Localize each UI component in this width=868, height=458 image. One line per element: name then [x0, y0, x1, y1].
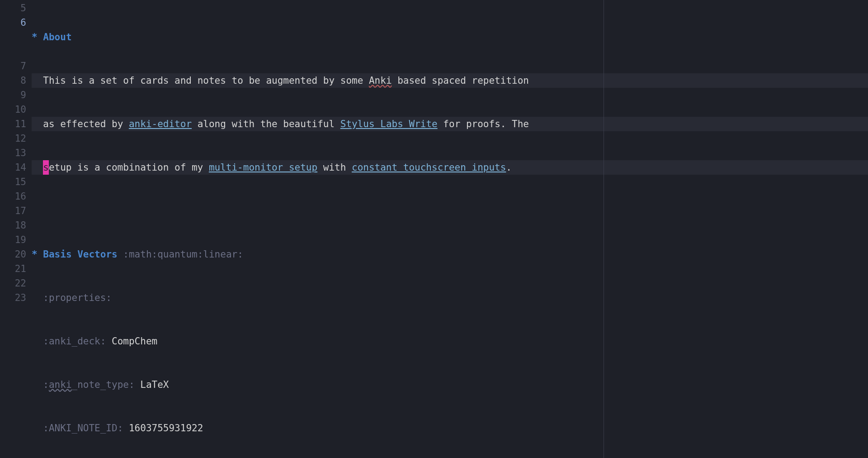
about-text-line-2[interactable]: as effected by anki-editor along with th…	[32, 117, 868, 131]
line-number: 22	[0, 276, 26, 291]
properties-drawer-open[interactable]: :properties:	[32, 291, 868, 305]
line-number: 5	[0, 1, 26, 15]
about-text-line-3[interactable]: setup is a combination of my multi-monit…	[32, 160, 868, 175]
line-number: 14	[0, 160, 26, 175]
line-number: 23	[0, 291, 26, 305]
line-number: 11	[0, 117, 26, 131]
editor-content[interactable]: * About This is a set of cards and notes…	[32, 1, 868, 458]
cursor: s	[43, 160, 49, 175]
heading-basis-vectors[interactable]: * Basis Vectors :math:quantum:linear:	[32, 247, 868, 262]
link-stylus-labs-write[interactable]: Stylus Labs Write	[340, 119, 438, 129]
line-number: 7	[0, 59, 26, 73]
line-number: 9	[0, 88, 26, 102]
line-number: 8	[0, 73, 26, 88]
line-number-gutter: 5 6 7 8 9 10 11 12 13 14 15 16 17 18 19 …	[0, 1, 32, 458]
property-anki-note-id[interactable]: :ANKI_NOTE_ID: 1603755931922	[32, 421, 868, 435]
line-number: 20	[0, 247, 26, 262]
property-anki-note-type[interactable]: :anki_note_type: LaTeX	[32, 377, 868, 392]
link-multi-monitor-setup[interactable]: multi-monitor setup	[209, 162, 317, 173]
line-number: 21	[0, 262, 26, 276]
line-number: 6	[0, 15, 26, 30]
heading-about[interactable]: * About	[32, 30, 868, 44]
line-number: 17	[0, 204, 26, 218]
line-number: 12	[0, 131, 26, 146]
line-number: 10	[0, 102, 26, 117]
line-number: 16	[0, 189, 26, 204]
line-number: 13	[0, 146, 26, 160]
line-number: 15	[0, 175, 26, 189]
editor-pane[interactable]: 5 6 7 8 9 10 11 12 13 14 15 16 17 18 19 …	[0, 0, 868, 458]
line-number: 18	[0, 218, 26, 233]
link-touchscreen-inputs[interactable]: constant touchscreen inputs	[352, 162, 506, 173]
link-anki-editor[interactable]: anki-editor	[129, 119, 192, 129]
fill-column-indicator	[604, 0, 604, 458]
blank-line[interactable]	[32, 204, 868, 218]
line-number: 19	[0, 233, 26, 247]
about-text-line-1[interactable]: This is a set of cards and notes to be a…	[32, 73, 868, 88]
property-anki-deck[interactable]: :anki_deck: CompChem	[32, 334, 868, 348]
